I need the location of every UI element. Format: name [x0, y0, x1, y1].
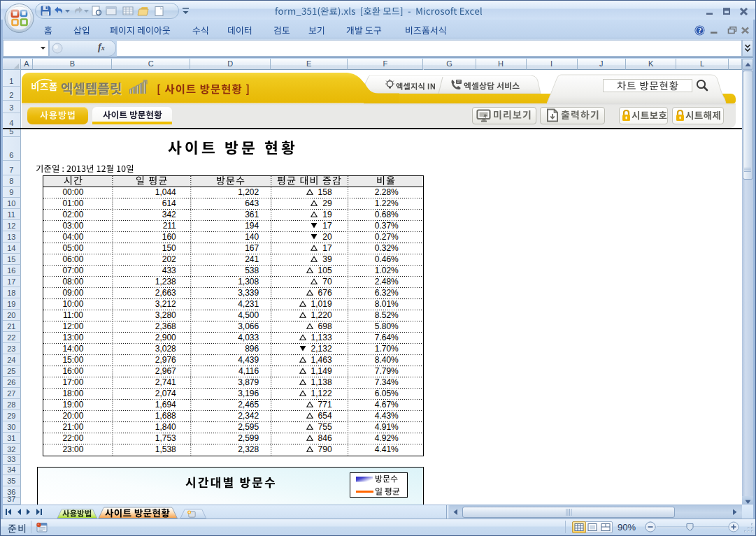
svg-text:?: ? [698, 27, 701, 34]
